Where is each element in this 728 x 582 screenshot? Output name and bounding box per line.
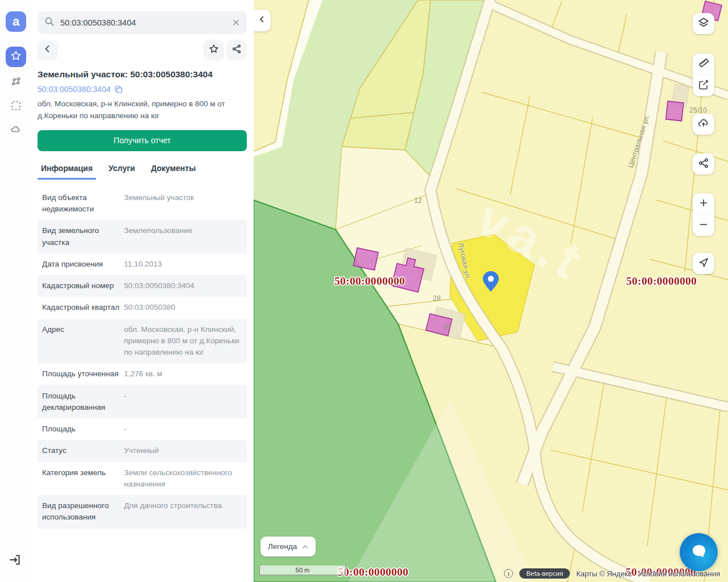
collapse-panel-button[interactable]: [254, 10, 271, 31]
row-label: Вид разрешенного использования: [42, 500, 119, 523]
plus-icon: [698, 198, 709, 210]
legend-button[interactable]: Легенда: [260, 537, 316, 556]
cadastral-number-link[interactable]: 50:03:0050380:3404: [38, 85, 110, 94]
clear-search-icon[interactable]: ✕: [232, 18, 240, 28]
cloud-icon: [10, 124, 22, 138]
row-value: -: [119, 423, 242, 435]
building: [666, 101, 684, 121]
locate-button[interactable]: [693, 253, 714, 274]
table-row: Вид объекта недвижимостиЗемельный участо…: [38, 187, 247, 221]
map-canvas[interactable]: 6 Луговая ул. Центральная ул.: [254, 0, 728, 582]
object-title: Земельный участок: 50:03:0050380:3404: [38, 69, 247, 80]
info-icon[interactable]: i: [504, 569, 513, 578]
share-icon: [698, 157, 709, 171]
card-tabs: Информация Услуги Документы: [38, 159, 247, 180]
table-row: Вид земельного участкаЗемлепользование: [38, 220, 247, 253]
measure-draw-controls: [693, 53, 714, 96]
tab-information[interactable]: Информация: [41, 159, 93, 180]
object-attributes-table: Вид объекта недвижимостиЗемельный участо…: [38, 187, 247, 529]
row-value: Земли сельскохозяйственного назначения: [119, 467, 242, 490]
zone-label: 50:00:0000000: [338, 566, 408, 578]
toolbar-spacer: [58, 40, 204, 60]
favorite-button[interactable]: [204, 40, 224, 60]
row-label: Кадастровый квартал: [42, 302, 119, 313]
table-row: Категория земельЗемли сельскохозяйственн…: [38, 462, 247, 496]
object-address: обл. Московская, р-н Клинский, примерно …: [38, 98, 247, 122]
star-icon: [10, 50, 22, 64]
table-row: Вид разрешенного использованияДля дачног…: [38, 495, 247, 529]
sidebar-item-select-area[interactable]: [6, 97, 26, 117]
share-map-button[interactable]: [693, 153, 714, 174]
share-map-control: [693, 153, 714, 174]
tab-documents[interactable]: Документы: [151, 159, 196, 180]
parcel-number-28: 28: [433, 294, 441, 302]
row-label: Площадь декларированная: [42, 390, 119, 414]
map-base-layer: 6 Луговая ул. Центральная ул.: [254, 0, 728, 582]
legend-label: Легенда: [268, 542, 297, 551]
share-button[interactable]: [226, 40, 247, 60]
locate-control: [693, 253, 714, 274]
zone-label: 50:00:0000000: [334, 275, 405, 287]
zoom-controls: [693, 193, 714, 236]
table-row: Площадь декларированная-: [38, 385, 247, 419]
sidebar-item-layers-cloud[interactable]: [6, 120, 26, 141]
row-value: -: [119, 390, 242, 414]
object-info-panel: ✕ Земельный участок: 50:03:0050380:3404 …: [32, 0, 254, 582]
scale-label: 50 m: [296, 567, 309, 573]
table-row: Кадастровый квартал50:03:0050380: [38, 297, 247, 318]
select-frame-icon: [10, 100, 22, 114]
building: [353, 248, 378, 270]
cadastral-map-app: a: [0, 0, 728, 582]
get-report-button[interactable]: Получить отчет: [38, 130, 247, 151]
row-label: Дата присвоения: [42, 259, 119, 270]
chevron-up-icon: [302, 542, 308, 551]
upload-control: [693, 114, 714, 135]
search-icon: [44, 16, 55, 29]
row-label: Статус: [42, 445, 119, 456]
row-value: 11.10.2013: [119, 259, 242, 270]
table-row: Адресобл. Московская, р-н Клинский, прим…: [38, 319, 247, 364]
ruler-button[interactable]: [693, 53, 714, 74]
sidebar-rail: a: [0, 0, 32, 582]
row-label: Адрес: [42, 324, 119, 359]
maps-copyright: Карты © Яндекс: [576, 569, 632, 578]
row-value: 50:03:0050380:3404: [119, 280, 242, 292]
polygon-area-icon: [10, 76, 22, 90]
parcel-number-12: 12: [414, 197, 422, 205]
row-value: обл. Московская, р-н Клинский, примерно …: [119, 324, 242, 359]
row-label: Площадь: [42, 423, 119, 435]
beta-badge: Beta-версия: [519, 568, 570, 579]
sidebar-item-polygon-area[interactable]: [6, 73, 26, 93]
back-button[interactable]: [38, 40, 58, 60]
terms-of-use-link[interactable]: Условия использования: [638, 569, 720, 578]
draw-button[interactable]: [693, 75, 714, 96]
parcel-number-30: 30: [443, 323, 451, 331]
table-row: Площадь-: [38, 418, 247, 440]
row-value: Земельный участок: [119, 192, 242, 215]
row-value: Учтенный: [119, 445, 242, 456]
zoom-out-button[interactable]: [693, 215, 714, 236]
row-value: Землепользование: [119, 225, 242, 248]
search-input[interactable]: [60, 18, 232, 27]
zoom-in-button[interactable]: [693, 193, 714, 214]
row-value: 1,276 кв. м: [119, 368, 242, 380]
layers-icon: [697, 16, 710, 31]
edit-icon: [698, 79, 709, 93]
upload-button[interactable]: [693, 114, 714, 135]
chat-button[interactable]: [680, 533, 718, 571]
table-row: СтатусУчтенный: [38, 440, 247, 462]
card-toolbar: [38, 40, 247, 60]
layers-button[interactable]: [693, 13, 714, 34]
app-logo[interactable]: a: [6, 11, 26, 32]
sidebar-item-favorites[interactable]: [6, 47, 26, 67]
row-value: 50:03:0050380: [119, 302, 242, 313]
chevron-left-icon: [43, 44, 52, 56]
copy-icon[interactable]: [114, 85, 123, 94]
sign-in-button[interactable]: [7, 552, 24, 568]
chevron-left-icon: [258, 15, 266, 26]
row-label: Вид объекта недвижимости: [42, 192, 119, 215]
star-icon: [209, 44, 219, 56]
search-bar: ✕: [38, 11, 247, 34]
tab-services[interactable]: Услуги: [109, 159, 135, 180]
cadastral-number-row: 50:03:0050380:3404: [38, 85, 247, 94]
